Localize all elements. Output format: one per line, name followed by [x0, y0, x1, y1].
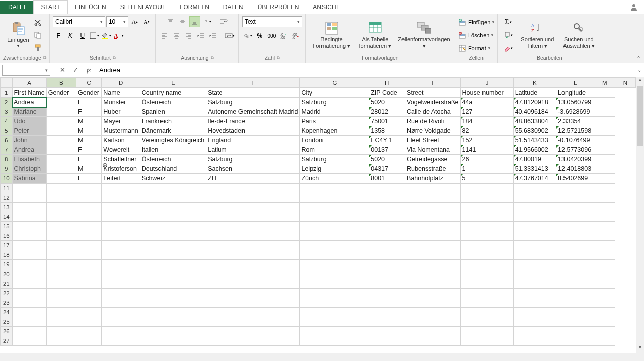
cell[interactable]: [460, 279, 513, 289]
align-right-icon[interactable]: [183, 30, 194, 41]
cell[interactable]: Salzburg: [206, 155, 300, 164]
cell[interactable]: [594, 203, 615, 212]
cell[interactable]: [206, 184, 300, 193]
cell[interactable]: [300, 212, 369, 222]
cell[interactable]: M: [76, 164, 102, 174]
cell[interactable]: [206, 241, 300, 250]
cell[interactable]: 26: [460, 155, 513, 164]
cell[interactable]: [513, 269, 556, 279]
cell[interactable]: [369, 279, 405, 289]
cell[interactable]: [460, 308, 513, 317]
cell[interactable]: [300, 203, 369, 212]
cell[interactable]: [12, 184, 46, 193]
cell[interactable]: [46, 298, 76, 308]
cell[interactable]: [556, 231, 594, 241]
cell[interactable]: Munster: [102, 98, 140, 107]
cell[interactable]: M: [76, 126, 102, 136]
cell[interactable]: Österreich: [140, 98, 206, 107]
cell[interactable]: [405, 193, 461, 203]
cell[interactable]: [206, 203, 300, 212]
cell[interactable]: [460, 260, 513, 269]
cell[interactable]: [513, 279, 556, 289]
cell[interactable]: 13.0560799: [556, 98, 594, 107]
cell[interactable]: [46, 260, 76, 269]
cell[interactable]: [556, 289, 594, 298]
cell[interactable]: [46, 117, 76, 126]
tab-file[interactable]: DATEI: [0, 1, 33, 14]
increase-indent-icon[interactable]: [207, 30, 218, 41]
cell[interactable]: [46, 269, 76, 279]
cell[interactable]: EC4Y 1: [369, 136, 405, 145]
cell[interactable]: Frankreich: [140, 117, 206, 126]
cell[interactable]: [102, 279, 140, 289]
cell[interactable]: 1: [460, 164, 513, 174]
cell[interactable]: 5020: [369, 155, 405, 164]
cell[interactable]: Gender: [46, 88, 76, 98]
cell[interactable]: [206, 289, 300, 298]
cell[interactable]: [102, 289, 140, 298]
cancel-edit-icon[interactable]: ✕: [56, 65, 69, 76]
cell[interactable]: [405, 336, 461, 346]
cell[interactable]: [140, 327, 206, 336]
cell[interactable]: [12, 222, 46, 231]
cell[interactable]: [594, 289, 615, 298]
cell[interactable]: [140, 336, 206, 346]
cell[interactable]: Rom: [300, 145, 369, 155]
col-header-G[interactable]: G: [300, 78, 369, 88]
decrease-decimal-icon[interactable]: .00.0: [290, 30, 301, 41]
comma-format-icon[interactable]: 000: [266, 30, 277, 41]
select-all-corner[interactable]: [1, 78, 13, 88]
cell[interactable]: Kristoferson: [102, 164, 140, 174]
cell[interactable]: First Name: [12, 88, 46, 98]
cell[interactable]: [369, 336, 405, 346]
cell[interactable]: [140, 279, 206, 289]
tab-daten[interactable]: DATEN: [216, 1, 251, 14]
cell[interactable]: M: [76, 136, 102, 145]
cell[interactable]: [513, 298, 556, 308]
cell[interactable]: [405, 308, 461, 317]
cell[interactable]: [594, 126, 615, 136]
font-color-button[interactable]: A▾: [113, 30, 124, 41]
percent-format-icon[interactable]: %: [254, 30, 265, 41]
cell[interactable]: [300, 317, 369, 327]
cell[interactable]: Autonome Gemeinschaft Madrid: [206, 107, 300, 117]
cell[interactable]: [206, 193, 300, 203]
cell[interactable]: [369, 317, 405, 327]
scroll-up-icon[interactable]: ▲: [636, 77, 644, 85]
cell[interactable]: [405, 289, 461, 298]
cell[interactable]: Name: [102, 88, 140, 98]
cell[interactable]: [513, 222, 556, 231]
cell[interactable]: [300, 308, 369, 317]
cell[interactable]: [594, 155, 615, 164]
cell[interactable]: [76, 193, 102, 203]
cell[interactable]: 127: [460, 107, 513, 117]
formula-input[interactable]: [95, 65, 635, 76]
cell[interactable]: Rubensstraße: [405, 164, 461, 174]
cell[interactable]: [140, 231, 206, 241]
cell[interactable]: [369, 308, 405, 317]
cell[interactable]: [556, 241, 594, 250]
cell[interactable]: [594, 88, 615, 98]
cell[interactable]: [46, 136, 76, 145]
col-header-H[interactable]: H: [369, 78, 405, 88]
row-header-2[interactable]: 2: [1, 98, 13, 107]
cell[interactable]: Christoph: [12, 164, 46, 174]
cell[interactable]: [46, 145, 76, 155]
cell[interactable]: 8001: [369, 174, 405, 184]
cell[interactable]: [76, 317, 102, 327]
find-select-button[interactable]: Suchen und Auswählen ▾: [559, 17, 598, 53]
cell[interactable]: [460, 203, 513, 212]
tab-einfügen[interactable]: EINFÜGEN: [68, 1, 113, 14]
cell[interactable]: 5020: [369, 98, 405, 107]
col-header-E[interactable]: E: [140, 78, 206, 88]
increase-font-icon[interactable]: A▴: [129, 16, 140, 27]
cell[interactable]: [460, 289, 513, 298]
cell[interactable]: [594, 193, 615, 203]
cell[interactable]: [513, 250, 556, 260]
vertical-scrollbar[interactable]: ▲ ▼: [636, 77, 644, 353]
copy-button[interactable]: [32, 30, 43, 41]
col-header-M[interactable]: M: [594, 78, 615, 88]
cell[interactable]: [76, 269, 102, 279]
cell[interactable]: Leifert: [102, 174, 140, 184]
cell[interactable]: [46, 241, 76, 250]
